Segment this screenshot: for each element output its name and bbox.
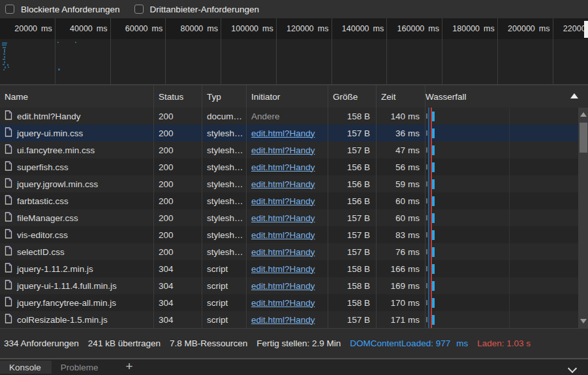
time-value: 76 [395,247,405,257]
time-value: 47 [395,145,405,155]
column-header-status[interactable]: Status [154,85,202,108]
column-header-waterfall[interactable]: Wasserfall [426,85,588,108]
request-name: ui.fancytree.min.css [17,145,95,155]
table-row[interactable]: jquery.fancytree-all.min.js304scriptedit… [0,294,578,311]
column-header-waterfall-label: Wasserfall [426,92,467,102]
network-summary-bar: 334 Anforderungen 241 kB übertragen 7.8 … [0,329,588,358]
cell-initiator: edit.html?Handy [247,243,328,260]
add-tab-icon[interactable]: + [109,361,140,374]
table-row[interactable]: fileManager.css200stylesh…edit.html?Hand… [0,209,578,226]
blocked-requests-label: Blockierte Anforderungen [21,5,120,14]
cell-initiator: edit.html?Handy [247,142,328,158]
cell-initiator: edit.html?Handy [247,311,328,328]
cell-time: 36ms [377,125,426,142]
request-name: selectID.css [17,247,65,257]
initiator-link[interactable]: edit.html?Handy [251,298,315,308]
ruler-tick-value: 120000 [286,24,314,33]
waterfall-bar [431,230,435,240]
column-header-time[interactable]: Zeit [377,85,426,108]
initiator-link[interactable]: edit.html?Handy [251,264,315,274]
third-party-requests-checkbox[interactable] [134,5,144,14]
table-row[interactable]: jquery-ui.min.css200stylesh…edit.html?Ha… [0,125,578,142]
dcl-unit: ms [456,338,468,348]
table-row[interactable]: superfish.css200stylesh…edit.html?Handy1… [0,158,578,175]
requests-table-header: Name Status Typ Initiator Größe Zeit Was… [0,85,588,108]
column-header-initiator[interactable]: Initiator [247,85,328,108]
initiator-link[interactable]: edit.html?Handy [251,230,315,240]
blocked-requests-checkbox-group[interactable]: Blockierte Anforderungen [5,5,120,14]
overview-request-mark [57,42,59,43]
table-row[interactable]: selectID.css200stylesh…edit.html?Handy15… [0,243,578,260]
time-value: 60 [395,213,405,223]
third-party-requests-label: Drittanbieter-Anforderungen [150,5,259,14]
waterfall-wait-mark [426,113,427,119]
tab-konsole[interactable]: Konsole [0,361,52,374]
time-value: 170 [390,298,405,308]
ruler-tick-unit: ms [484,24,495,33]
scrollbar-down-icon[interactable] [580,319,587,323]
overview-request-mark [4,56,5,58]
ruler-tick-label: 160000ms [397,18,442,39]
column-header-type[interactable]: Typ [202,85,247,108]
cell-waterfall [426,125,578,142]
table-row[interactable]: vis-editor.css200stylesh…edit.html?Handy… [0,226,578,243]
tab-probleme[interactable]: Probleme [52,361,109,374]
initiator-link[interactable]: edit.html?Handy [251,315,315,325]
initiator-link[interactable]: edit.html?Handy [251,145,315,155]
initiator-link[interactable]: edit.html?Handy [251,162,315,172]
ruler-tick-unit: ms [262,24,273,33]
cell-initiator: edit.html?Handy [247,260,328,277]
request-name: jquery-1.11.2.min.js [17,264,93,274]
table-row[interactable]: farbtastic.css200stylesh…edit.html?Handy… [0,192,578,209]
initiator-link[interactable]: edit.html?Handy [251,128,315,138]
document-icon [5,161,12,171]
initiator-link[interactable]: edit.html?Handy [251,281,315,291]
ruler-tick-value: 160000 [397,24,425,33]
table-row[interactable]: jquery-1.11.2.min.js304scriptedit.html?H… [0,260,578,277]
column-header-name[interactable]: Name [0,85,154,108]
waterfall-bar [431,247,435,257]
overview-request-mark [7,64,8,66]
scrollbar-up-icon[interactable] [580,112,587,117]
document-icon [5,110,12,120]
cell-initiator: edit.html?Handy [247,209,328,226]
cell-time: 140ms [377,108,426,125]
initiator-link[interactable]: edit.html?Handy [251,213,315,223]
chevron-down-icon[interactable] [569,365,576,372]
cell-name: ui.fancytree.min.css [0,142,154,158]
initiator-link[interactable]: edit.html?Handy [251,247,315,257]
ruler-scroll-handle[interactable] [584,21,588,38]
waterfall-gridline [509,108,510,328]
scrollbar-thumb[interactable] [580,123,587,153]
table-row[interactable]: colResizable-1.5.min.js304scriptedit.htm… [0,311,578,328]
file-icon [5,178,12,190]
blocked-requests-checkbox[interactable] [5,5,14,14]
waterfall-wait-mark [426,300,427,305]
table-row[interactable]: jquery-ui-1.11.4.full.min.js304scriptedi… [0,277,578,294]
request-name: jquery-ui-1.11.4.full.min.js [17,281,117,291]
third-party-requests-checkbox-group[interactable]: Drittanbieter-Anforderungen [134,5,259,14]
initiator-link[interactable]: edit.html?Handy [251,179,315,189]
network-overview[interactable]: 20000ms40000ms60000ms80000ms100000ms1200… [0,18,588,85]
cell-type: stylesh… [202,125,247,142]
time-value: 171 [390,315,405,325]
table-row[interactable]: jquery.jgrowl.min.css200stylesh…edit.htm… [0,175,578,192]
request-name: jquery-ui.min.css [17,128,83,138]
column-header-size[interactable]: Größe [328,85,377,108]
cell-type: docum… [202,108,247,125]
sort-ascending-icon[interactable] [570,93,578,98]
document-icon [5,144,12,154]
request-name: colResizable-1.5.min.js [17,315,108,325]
time-value: 56 [395,162,405,172]
cell-status: 200 [154,192,202,209]
requests-table-body: edit.html?Handy200docum…Andere158 B140ms… [0,108,588,329]
cell-name: jquery-1.11.2.min.js [0,260,154,277]
ruler-tick-label: 120000ms [286,18,331,39]
table-row[interactable]: ui.fancytree.min.css200stylesh…edit.html… [0,142,578,158]
table-row[interactable]: edit.html?Handy200docum…Andere158 B140ms [0,108,578,125]
cell-time: 166ms [377,260,426,277]
initiator-link[interactable]: edit.html?Handy [251,196,315,206]
table-scrollbar[interactable] [578,108,588,328]
waterfall-bar [431,264,435,274]
time-unit: ms [405,196,420,206]
